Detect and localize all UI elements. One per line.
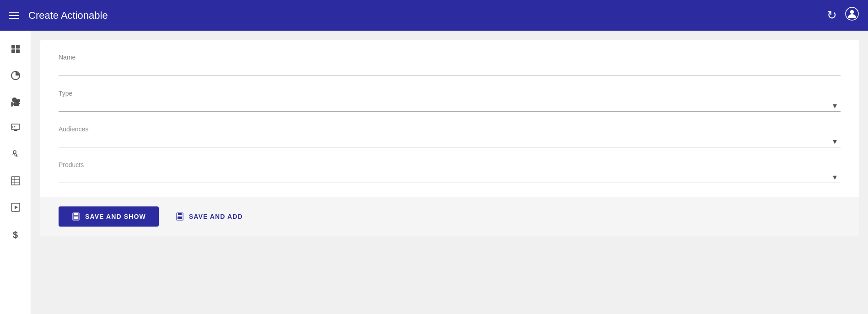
sidebar-item-analytics[interactable] [6, 66, 25, 85]
name-input[interactable] [59, 64, 841, 76]
sidebar: 🎥 [0, 31, 31, 314]
tv-icon [11, 123, 21, 135]
sidebar-item-play-box[interactable] [6, 199, 25, 217]
form-card: Name Type ▾ Audiences [40, 40, 859, 236]
products-field-group: Products ▾ [59, 161, 841, 183]
svg-rect-16 [178, 213, 182, 215]
svg-point-1 [850, 10, 854, 14]
save-and-show-button[interactable]: SAVE AND SHOW [59, 206, 159, 227]
name-label: Name [59, 54, 841, 61]
svg-rect-17 [178, 217, 182, 219]
save-and-add-button[interactable]: SAVE AND ADD [168, 206, 250, 227]
type-field-group: Type ▾ [59, 90, 841, 112]
audiences-label: Audiences [59, 125, 841, 133]
sidebar-item-dashboard[interactable] [6, 40, 25, 58]
audiences-select-wrapper: ▾ [59, 135, 841, 147]
touch-icon [11, 149, 21, 162]
form-footer: SAVE AND SHOW SAVE AND ADD [40, 197, 859, 236]
grid-icon [11, 45, 20, 53]
sidebar-item-touch[interactable] [6, 146, 25, 164]
save-and-show-label: SAVE AND SHOW [85, 213, 146, 220]
play-box-icon [11, 202, 21, 215]
sidebar-item-dollar[interactable]: $ [6, 226, 25, 244]
svg-rect-3 [14, 130, 17, 131]
dollar-icon: $ [13, 230, 18, 240]
svg-rect-13 [74, 213, 78, 215]
audiences-field-group: Audiences ▾ [59, 125, 841, 147]
sidebar-item-camera[interactable]: 🎥 [6, 93, 25, 111]
layout: 🎥 [0, 31, 868, 314]
save-show-icon [71, 212, 81, 221]
main-content: Name Type ▾ Audiences [31, 31, 868, 314]
header-actions: ↻ [827, 7, 859, 24]
pie-chart-icon [11, 71, 20, 80]
header: Create Actionable ↻ [0, 0, 868, 31]
svg-marker-5 [14, 126, 16, 128]
sidebar-item-tv[interactable] [6, 119, 25, 138]
save-and-add-label: SAVE AND ADD [189, 213, 243, 220]
products-select[interactable] [59, 171, 841, 183]
table-icon [11, 176, 21, 188]
svg-marker-11 [15, 206, 18, 209]
name-field-group: Name [59, 54, 841, 76]
type-select-wrapper: ▾ [59, 100, 841, 112]
products-select-wrapper: ▾ [59, 171, 841, 183]
account-icon[interactable] [845, 7, 859, 24]
products-label: Products [59, 161, 841, 168]
svg-rect-6 [11, 177, 20, 185]
svg-rect-14 [74, 217, 78, 219]
type-label: Type [59, 90, 841, 97]
audiences-select[interactable] [59, 135, 841, 147]
type-select[interactable] [59, 100, 841, 112]
page-title: Create Actionable [28, 10, 818, 22]
save-add-icon [175, 212, 184, 221]
sidebar-item-table[interactable] [6, 173, 25, 191]
menu-icon[interactable] [9, 12, 19, 19]
refresh-icon[interactable]: ↻ [827, 8, 837, 22]
camera-icon: 🎥 [11, 97, 21, 107]
